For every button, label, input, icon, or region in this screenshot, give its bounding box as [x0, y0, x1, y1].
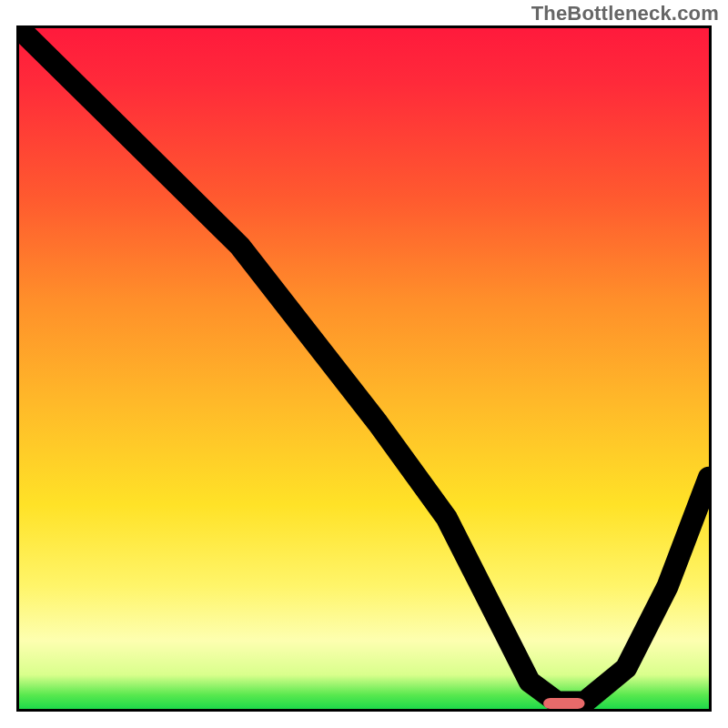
bottleneck-curve [19, 28, 709, 703]
plot-svg [19, 28, 709, 709]
chart-canvas: TheBottleneck.com [0, 0, 728, 728]
watermark-text: TheBottleneck.com [531, 2, 719, 25]
plot-area [16, 25, 712, 712]
valley-marker [543, 698, 584, 709]
